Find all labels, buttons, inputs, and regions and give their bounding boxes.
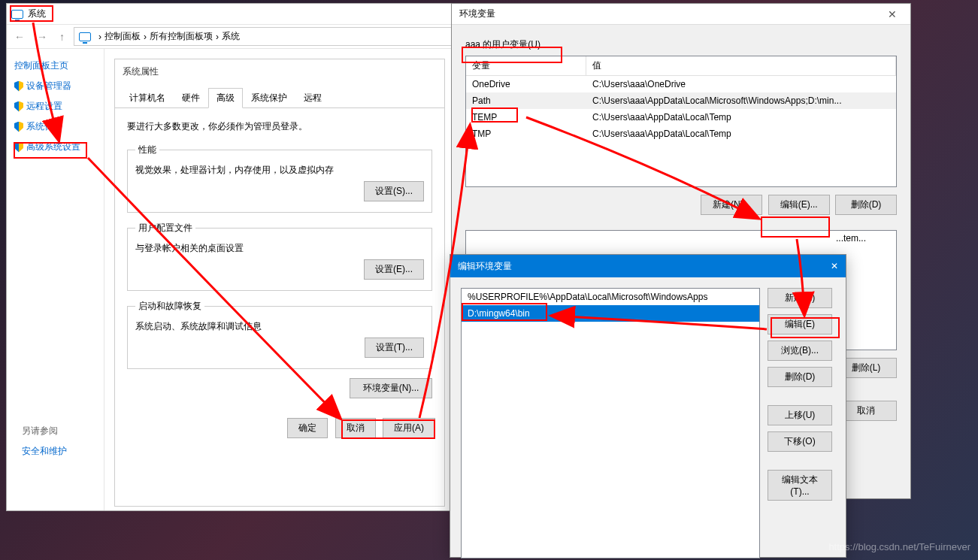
apply-button[interactable]: 应用(A) <box>383 418 435 438</box>
up-arrow-icon[interactable]: ↑ <box>56 31 68 43</box>
back-arrow-icon[interactable]: ← <box>11 31 28 43</box>
shield-icon <box>14 101 23 112</box>
edit-down-button[interactable]: 下移(O) <box>768 431 832 452</box>
sidebar-home[interactable]: 控制面板主页 <box>14 59 96 72</box>
sidebar: 控制面板主页 设备管理器 远程设置 系统保护 高级系统设置 另请参阅 安全和维护 <box>7 49 104 510</box>
path-entries-list[interactable]: %USERPROFILE%\AppData\Local\Microsoft\Wi… <box>461 288 760 558</box>
list-row[interactable]: OneDrive C:\Users\aaa\OneDrive <box>466 76 896 92</box>
edit-new-button[interactable]: 新建(N) <box>768 288 832 308</box>
admin-note: 要进行大多数更改，你必须作为管理员登录。 <box>127 120 432 133</box>
watermark: https://blog.csdn.net/TeFuirnever <box>828 541 970 552</box>
forward-arrow-icon[interactable]: → <box>34 31 50 43</box>
sidebar-devmgr[interactable]: 设备管理器 <box>14 80 96 92</box>
close-icon[interactable]: ✕ <box>882 7 903 22</box>
list-row[interactable]: TMP C:\Users\aaa\AppData\Local\Temp <box>466 126 896 142</box>
perf-legend: 性能 <box>135 144 159 156</box>
tab-protect[interactable]: 系统保护 <box>243 88 295 107</box>
shield-icon <box>14 81 23 92</box>
recovery-legend: 启动和故障恢复 <box>135 300 204 313</box>
userprofile-legend: 用户配置文件 <box>135 222 195 235</box>
list-row[interactable]: Path C:\Users\aaa\AppData\Local\Microsof… <box>466 92 896 109</box>
col-value[interactable]: 值 <box>586 56 896 75</box>
crumb-sys[interactable]: 系统 <box>222 30 240 43</box>
tab-advanced[interactable]: 高级 <box>208 88 243 108</box>
list-row[interactable]: TEMP C:\Users\aaa\AppData\Local\Temp <box>466 109 896 126</box>
props-tabs: 计算机名 硬件 高级 系统保护 远程 <box>115 83 444 108</box>
sidebar-protect[interactable]: 系统保护 <box>14 120 96 133</box>
perf-settings-button[interactable]: 设置(S)... <box>364 181 424 201</box>
monitor-icon <box>79 32 91 41</box>
perf-desc: 视觉效果，处理器计划，内存使用，以及虚拟内存 <box>135 164 424 177</box>
edit-up-button[interactable]: 上移(U) <box>768 405 832 425</box>
cancel-button[interactable]: 取消 <box>335 418 376 438</box>
also-see-label: 另请参阅 <box>22 425 67 437</box>
edit-title: 编辑环境变量 <box>458 260 512 273</box>
userprofile-desc: 与登录帐户相关的桌面设置 <box>135 242 424 255</box>
system-title: 系统 <box>28 8 46 20</box>
env-title: 环境变量 <box>459 8 495 20</box>
tab-hardware[interactable]: 硬件 <box>174 88 208 107</box>
monitor-icon <box>11 10 23 19</box>
edit-browse-button[interactable]: 浏览(B)... <box>768 341 832 361</box>
crumb-all[interactable]: 所有控制面板项 <box>150 30 213 43</box>
user-vars-label: aaa 的用户变量(U) <box>465 38 897 51</box>
user-delete-button[interactable]: 删除(D) <box>835 195 897 215</box>
env-titlebar: 环境变量 ✕ <box>452 4 910 25</box>
shield-icon <box>14 142 23 153</box>
edit-edit-button[interactable]: 编辑(E) <box>768 314 832 334</box>
close-icon[interactable]: ✕ <box>831 261 838 271</box>
recovery-desc: 系统启动、系统故障和调试信息 <box>135 320 424 333</box>
tab-remote[interactable]: 远程 <box>295 88 330 107</box>
edit-text-button[interactable]: 编辑文本(T)... <box>768 470 832 501</box>
user-edit-button[interactable]: 编辑(E)... <box>768 195 830 215</box>
sidebar-advanced[interactable]: 高级系统设置 <box>14 141 96 153</box>
shield-icon <box>14 122 23 132</box>
sidebar-secmaint[interactable]: 安全和维护 <box>22 445 67 458</box>
env-vars-button[interactable]: 环境变量(N)... <box>350 378 432 398</box>
edit-delete-button[interactable]: 删除(D) <box>768 367 832 387</box>
edit-titlebar: 编辑环境变量 ✕ <box>450 255 846 277</box>
user-vars-list[interactable]: 变量 值 OneDrive C:\Users\aaa\OneDrive Path… <box>465 56 897 187</box>
recovery-settings-button[interactable]: 设置(T)... <box>365 338 424 358</box>
sidebar-remote[interactable]: 远程设置 <box>14 100 96 113</box>
userprofile-settings-button[interactable]: 设置(E)... <box>364 259 424 280</box>
list-item[interactable]: %USERPROFILE%\AppData\Local\Microsoft\Wi… <box>462 289 759 305</box>
list-item[interactable]: D:\mingw64\bin <box>462 305 759 322</box>
props-title: 系统属性 <box>115 59 444 83</box>
user-new-button[interactable]: 新建(N)... <box>701 195 762 215</box>
col-variable[interactable]: 变量 <box>466 56 586 75</box>
ok-button[interactable]: 确定 <box>287 418 328 438</box>
edit-env-dialog: 编辑环境变量 ✕ %USERPROFILE%\AppData\Local\Mic… <box>450 254 846 558</box>
tab-computer[interactable]: 计算机名 <box>121 88 174 107</box>
crumb-cp[interactable]: 控制面板 <box>104 30 141 43</box>
system-properties-dialog: 系统属性 计算机名 硬件 高级 系统保护 远程 要进行大多数更改，你必须作为管理… <box>114 59 445 507</box>
